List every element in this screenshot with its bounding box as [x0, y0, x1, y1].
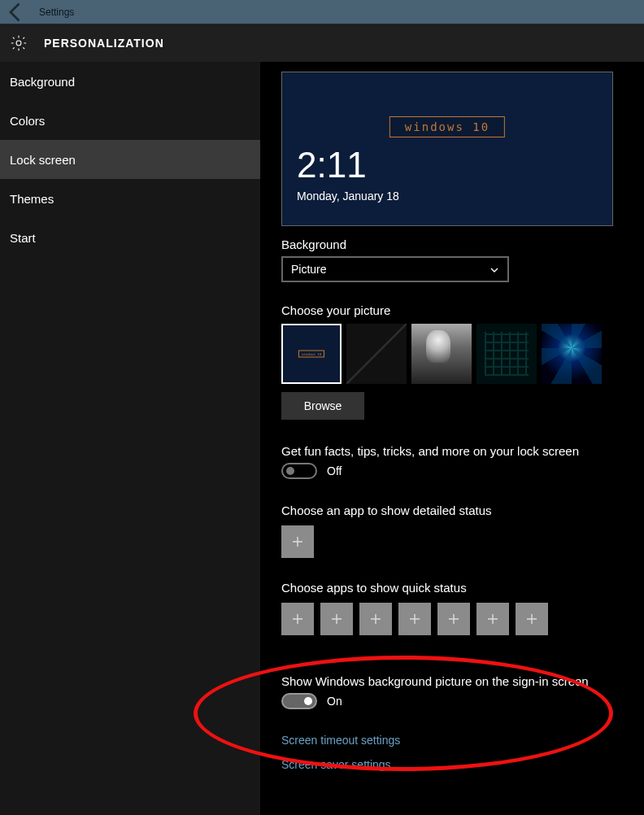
- detailed-status-slot[interactable]: [281, 525, 314, 558]
- back-arrow-icon[interactable]: [5, 1, 28, 24]
- sidebar-item-label: Lock screen: [10, 153, 76, 167]
- sidebar-item-start[interactable]: Start: [0, 218, 260, 257]
- sidebar-item-background[interactable]: Background: [0, 62, 260, 101]
- plus-icon: [408, 612, 421, 625]
- quick-status-slot[interactable]: [320, 603, 353, 635]
- picture-thumb[interactable]: [346, 324, 407, 384]
- fun-facts-state: Off: [327, 464, 342, 477]
- choose-picture-label: Choose your picture: [281, 303, 626, 317]
- sidebar-item-label: Themes: [10, 192, 54, 206]
- chevron-down-icon: [490, 264, 499, 274]
- detailed-status-label: Choose an app to show detailed status: [281, 503, 626, 517]
- preview-logo: windows 10: [389, 116, 505, 137]
- sidebar-item-lock-screen[interactable]: Lock screen: [0, 140, 260, 179]
- show-bg-signin-label: Show Windows background picture on the s…: [281, 674, 626, 688]
- preview-date: Monday, January 18: [297, 190, 598, 203]
- quick-status-slot[interactable]: [398, 603, 431, 635]
- show-bg-signin-state: On: [327, 695, 342, 708]
- sidebar-item-label: Colors: [10, 114, 45, 128]
- sidebar: Background Colors Lock screen Themes Sta…: [0, 62, 260, 815]
- plus-icon: [525, 612, 538, 625]
- quick-status-label: Choose apps to show quick status: [281, 581, 626, 595]
- screen-saver-link[interactable]: Screen saver settings: [281, 758, 626, 771]
- main-content: windows 10 2:11 Monday, January 18 Backg…: [260, 62, 644, 815]
- plus-icon: [330, 612, 343, 625]
- window-title: Settings: [39, 7, 74, 18]
- quick-status-slot[interactable]: [437, 603, 470, 635]
- screen-timeout-link[interactable]: Screen timeout settings: [281, 734, 626, 747]
- plus-icon: [291, 612, 304, 625]
- header: PERSONALIZATION: [0, 24, 644, 62]
- fun-facts-toggle[interactable]: [281, 463, 317, 479]
- sidebar-item-colors[interactable]: Colors: [0, 101, 260, 140]
- gear-icon: [10, 34, 28, 52]
- picture-thumb[interactable]: [476, 324, 537, 384]
- quick-status-slot[interactable]: [516, 603, 548, 635]
- browse-button[interactable]: Browse: [281, 392, 364, 420]
- picture-thumbnails: windows 10: [281, 324, 626, 384]
- preview-time: 2:11: [297, 147, 598, 183]
- dropdown-value: Picture: [291, 263, 327, 276]
- browse-button-label: Browse: [304, 399, 342, 412]
- page-title: PERSONALIZATION: [44, 37, 164, 50]
- fun-facts-label: Get fun facts, tips, tricks, and more on…: [281, 444, 626, 458]
- quick-status-slot[interactable]: [281, 603, 314, 635]
- quick-status-slot[interactable]: [476, 603, 509, 635]
- picture-thumb[interactable]: [411, 324, 472, 384]
- plus-icon: [486, 612, 499, 625]
- sidebar-item-label: Background: [10, 75, 75, 89]
- titlebar: Settings: [0, 0, 644, 24]
- plus-icon: [291, 535, 304, 548]
- quick-status-slots: [281, 603, 626, 635]
- background-dropdown[interactable]: Picture: [281, 256, 509, 282]
- plus-icon: [447, 612, 460, 625]
- lock-screen-preview: windows 10 2:11 Monday, January 18: [281, 72, 613, 226]
- sidebar-item-themes[interactable]: Themes: [0, 179, 260, 218]
- picture-thumb[interactable]: [542, 324, 602, 384]
- picture-thumb[interactable]: windows 10: [281, 324, 342, 384]
- show-bg-signin-toggle[interactable]: [281, 693, 317, 709]
- sidebar-item-label: Start: [10, 231, 36, 245]
- plus-icon: [369, 612, 382, 625]
- background-label: Background: [281, 238, 626, 251]
- svg-point-0: [16, 41, 21, 46]
- quick-status-slot[interactable]: [359, 603, 392, 635]
